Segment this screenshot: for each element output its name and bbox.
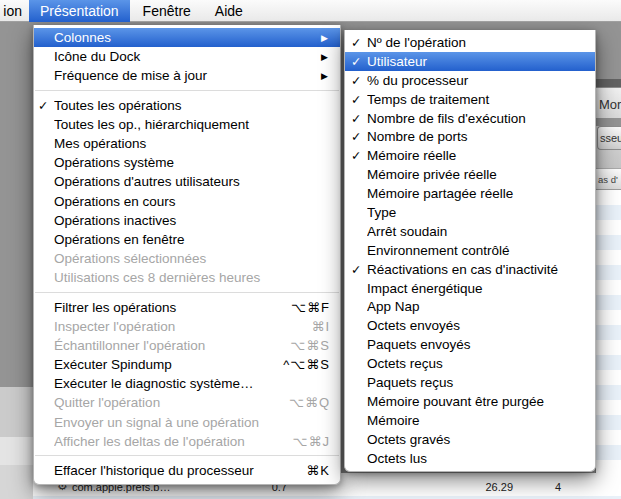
menu-item-label: Octets reçus: [367, 356, 585, 371]
menu-item[interactable]: Filtrer les opérations⌥⌘F: [34, 297, 340, 316]
submenu-item[interactable]: ✓Nº de l'opération: [345, 33, 595, 52]
menu-item-label: Réactivations en cas d'inactivité: [367, 262, 585, 277]
menu-item-label: Opérations inactives: [54, 213, 330, 228]
submenu-item[interactable]: ✓Temps de traitement: [345, 90, 595, 109]
menu-item[interactable]: Exécuter Spindump^⌥⌘S: [34, 355, 340, 374]
checkmark-icon: ✓: [38, 98, 54, 113]
submenu-item[interactable]: Mémoire: [345, 411, 595, 430]
menu-item-label: Toutes les opérations: [54, 98, 330, 113]
menu-item[interactable]: Icône du Dock▶: [34, 47, 340, 66]
menu-item: Envoyer un signal à une opération: [34, 413, 340, 432]
menu-item-label: % du processeur: [367, 73, 585, 88]
menu-item-label: Icône du Dock: [54, 49, 321, 64]
menu-item-label: Toutes les op., hiérarchiquement: [54, 117, 330, 132]
submenu-item[interactable]: Paquets envoyés: [345, 335, 595, 354]
presentation-menu: Colonnes▶Icône du Dock▶Fréquence de mise…: [33, 25, 341, 485]
menu-item-label: Quitter l'opération: [54, 395, 289, 410]
submenu-arrow-icon: ▶: [321, 71, 330, 81]
menu-item[interactable]: Opérations système: [34, 153, 340, 172]
checkmark-icon: ✓: [351, 73, 367, 88]
menu-item-label: Temps de traitement: [367, 92, 585, 107]
menu-bar-item-aide[interactable]: Aide: [204, 0, 254, 22]
menu-separator: [35, 90, 339, 91]
submenu-item[interactable]: Octets envoyés: [345, 316, 595, 335]
submenu-item[interactable]: ✓Réactivations en cas d'inactivité: [345, 260, 595, 279]
menu-item-label: Envoyer un signal à une opération: [54, 415, 330, 430]
menu-item-label: Mémoire pouvant être purgée: [367, 394, 585, 409]
menu-item: Échantillonner l'opération⌥⌘S: [34, 336, 340, 355]
toolbar: sseu: [596, 126, 621, 168]
menu-item[interactable]: Opérations d'autres utilisateurs: [34, 172, 340, 191]
submenu-item[interactable]: Type: [345, 203, 595, 222]
menu-item-label: Paquets reçus: [367, 375, 585, 390]
window-title-partial: Mor: [596, 87, 621, 118]
menu-item-label: Type: [367, 205, 585, 220]
menu-item-label: App Nap: [367, 299, 585, 314]
menu-item[interactable]: Effacer l'historique du processeur⌘K: [34, 461, 340, 480]
menu-item-label: Mes opérations: [54, 136, 330, 151]
processor-tab-button[interactable]: sseu: [597, 126, 621, 150]
checkmark-icon: ✓: [351, 129, 367, 144]
menu-separator: [35, 292, 339, 293]
submenu-item[interactable]: ✓Utilisateur: [345, 52, 595, 71]
menu-bar-item-presentation[interactable]: Présentation: [29, 0, 130, 22]
checkmark-icon: ✓: [351, 92, 367, 107]
menu-item-label: Mémoire: [367, 413, 585, 428]
menu-item[interactable]: Colonnes▶: [34, 28, 340, 47]
menu-item[interactable]: Opérations en cours: [34, 192, 340, 211]
background-band: [0, 387, 33, 437]
shortcut-label: ⌥⌘F: [291, 300, 330, 315]
activity-monitor-window-edge: Mor sseu as d': [595, 87, 621, 485]
menu-item-label: Paquets envoyés: [367, 337, 585, 352]
checkmark-icon: ✓: [351, 111, 367, 126]
menu-item-label: Effacer l'historique du processeur: [54, 463, 306, 478]
menu-item[interactable]: Opérations en fenêtre: [34, 230, 340, 249]
background-band: [0, 465, 33, 499]
menu-item-label: Exécuter le diagnostic système…: [54, 376, 330, 391]
submenu-item[interactable]: Environnement contrôlé: [345, 241, 595, 260]
menu-bar-item-fenetre[interactable]: Fenêtre: [132, 0, 202, 22]
checkmark-icon: ✓: [351, 35, 367, 50]
menu-separator: [35, 455, 339, 456]
menu-item[interactable]: Toutes les op., hiérarchiquement: [34, 115, 340, 134]
background-band: [0, 437, 33, 465]
shortcut-label: ⌥⌘S: [290, 338, 330, 353]
submenu-item[interactable]: Mémoire pouvant être purgée: [345, 392, 595, 411]
submenu-item[interactable]: Octets lus: [345, 449, 595, 468]
menu-item-label: Octets envoyés: [367, 318, 585, 333]
menu-item: Utilisations ces 8 dernières heures: [34, 268, 340, 287]
menu-item-label: Impact énergétique: [367, 281, 585, 296]
menu-item-label: Opérations système: [54, 155, 330, 170]
submenu-item[interactable]: Mémoire partagée réelle: [345, 184, 595, 203]
checkmark-icon: ✓: [351, 54, 367, 69]
menu-item: Quitter l'opération⌥⌘Q: [34, 393, 340, 412]
column-header-partial[interactable]: as d': [596, 168, 621, 190]
menu-item-label: Mémoire privée réelle: [367, 167, 585, 182]
shortcut-label: ^⌥⌘S: [283, 357, 330, 372]
submenu-item[interactable]: Arrêt soudain: [345, 222, 595, 241]
submenu-item[interactable]: Impact énergétique: [345, 279, 595, 298]
submenu-item[interactable]: Paquets reçus: [345, 373, 595, 392]
menu-item[interactable]: Fréquence de mise à jour▶: [34, 66, 340, 85]
menu-item[interactable]: Exécuter le diagnostic système…: [34, 374, 340, 393]
menu-item: Inspecter l'opération⌘I: [34, 317, 340, 336]
submenu-item[interactable]: ✓Nombre de fils d'exécution: [345, 109, 595, 128]
menu-item-label: Utilisateur: [367, 54, 585, 69]
submenu-item[interactable]: ✓% du processeur: [345, 71, 595, 90]
menu-item[interactable]: Opérations inactives: [34, 211, 340, 230]
submenu-item[interactable]: Octets gravés: [345, 430, 595, 449]
menu-bar: ion Présentation Fenêtre Aide: [0, 0, 621, 22]
menu-item: Afficher les deltas de l'opération⌥⌘J: [34, 432, 340, 451]
menu-item-label: Filtrer les opérations: [54, 300, 291, 315]
submenu-item[interactable]: ✓Nombre de ports: [345, 127, 595, 146]
menu-item-label: Inspecter l'opération: [54, 319, 311, 334]
submenu-item[interactable]: App Nap: [345, 297, 595, 316]
menu-item-label: Opérations en fenêtre: [54, 232, 330, 247]
menu-item[interactable]: ✓Toutes les opérations: [34, 96, 340, 115]
menu-item[interactable]: Mes opérations: [34, 134, 340, 153]
submenu-item[interactable]: Octets reçus: [345, 354, 595, 373]
menu-item-label: Nombre de ports: [367, 129, 585, 144]
submenu-item[interactable]: Mémoire privée réelle: [345, 165, 595, 184]
menu-bar-item-partial[interactable]: ion: [0, 3, 22, 19]
submenu-item[interactable]: ✓Mémoire réelle: [345, 146, 595, 165]
